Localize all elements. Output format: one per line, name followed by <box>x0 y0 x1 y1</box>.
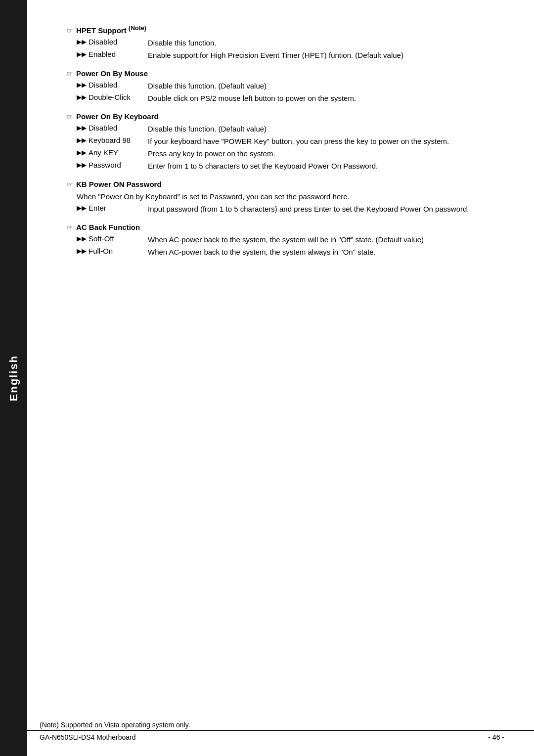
bullet: ▶▶ <box>77 204 87 212</box>
sidebar: English <box>0 0 27 756</box>
section-icon-keyboard: ☞ <box>67 113 73 121</box>
section-icon-kbpwd: ☞ <box>67 180 73 188</box>
list-item: ▶▶ Full-On When AC-power back to the sys… <box>77 247 504 257</box>
footer-model: GA-N650SLI-DS4 Motherboard <box>40 733 136 741</box>
section-header-mouse: ☞ Power On By Mouse <box>67 69 504 78</box>
list-item: ▶▶ Disabled Disable this function. (Defa… <box>77 124 504 134</box>
item-key: Disabled <box>89 81 148 89</box>
item-desc: Press any key to power on the system. <box>148 148 504 159</box>
item-desc: Enter from 1 to 5 characters to set the … <box>148 161 504 171</box>
section-title-ac: AC Back Function <box>76 223 140 231</box>
list-item: ▶▶ Disabled Disable this function. (Defa… <box>77 81 504 91</box>
bullet: ▶▶ <box>77 234 87 242</box>
section-power-on-keyboard: ☞ Power On By Keyboard ▶▶ Disabled Disab… <box>67 112 504 171</box>
item-key: Disabled <box>89 124 148 132</box>
footer-page: - 46 - <box>488 733 504 741</box>
mouse-items: ▶▶ Disabled Disable this function. (Defa… <box>77 81 504 103</box>
item-key: Disabled <box>89 38 148 46</box>
keyboard-items: ▶▶ Disabled Disable this function. (Defa… <box>77 124 504 171</box>
item-desc: If your keyboard have "POWER Key" button… <box>148 136 504 146</box>
item-key: Enabled <box>89 50 148 58</box>
section-ac-back-function: ☞ AC Back Function ▶▶ Soft-Off When AC-p… <box>67 223 504 257</box>
section-kb-power-on-password: ☞ KB Power ON Password When "Power On by… <box>67 180 504 214</box>
section-header-keyboard: ☞ Power On By Keyboard <box>67 112 504 121</box>
item-key: Soft-Off <box>89 234 148 243</box>
bullet: ▶▶ <box>77 247 87 255</box>
kbpwd-items: ▶▶ Enter Input password (from 1 to 5 cha… <box>77 204 504 214</box>
item-desc: Enable support for High Precision Event … <box>148 50 504 60</box>
bullet: ▶▶ <box>77 124 87 132</box>
footer-note-text: (Note) Supported on Vista operating syst… <box>40 721 190 729</box>
section-title-keyboard: Power On By Keyboard <box>76 112 159 121</box>
section-header-ac: ☞ AC Back Function <box>67 223 504 231</box>
item-key: Any KEY <box>89 148 148 157</box>
item-desc: Input password (from 1 to 5 characters) … <box>148 204 504 214</box>
item-desc: Disable this function. (Default value) <box>148 124 504 134</box>
bullet: ▶▶ <box>77 136 87 144</box>
section-icon-hpet: ☞ <box>67 27 73 35</box>
hpet-items: ▶▶ Disabled Disable this function. ▶▶ En… <box>77 38 504 60</box>
list-item: ▶▶ Soft-Off When AC-power back to the sy… <box>77 234 504 245</box>
kb-password-intro: When "Power On by Keyboard" is set to Pa… <box>77 191 504 202</box>
bullet: ▶▶ <box>77 93 87 101</box>
item-desc: When AC-power back to the system, the sy… <box>148 247 504 257</box>
main-content: ☞ HPET Support (Note) ▶▶ Disabled Disabl… <box>27 0 534 756</box>
section-icon-mouse: ☞ <box>67 70 73 78</box>
section-icon-ac: ☞ <box>67 223 73 231</box>
item-key: Enter <box>89 204 148 212</box>
list-item: ▶▶ Password Enter from 1 to 5 characters… <box>77 161 504 171</box>
item-key: Full-On <box>89 247 148 255</box>
bullet: ▶▶ <box>77 161 87 169</box>
section-header-kbpwd: ☞ KB Power ON Password <box>67 180 504 188</box>
ac-items: ▶▶ Soft-Off When AC-power back to the sy… <box>77 234 504 257</box>
section-title-kbpwd: KB Power ON Password <box>76 180 162 188</box>
list-item: ▶▶ Enter Input password (from 1 to 5 cha… <box>77 204 504 214</box>
item-key: Password <box>89 161 148 169</box>
list-item: ▶▶ Disabled Disable this function. <box>77 38 504 48</box>
bullet: ▶▶ <box>77 81 87 89</box>
bullet: ▶▶ <box>77 38 87 45</box>
section-hpet-support: ☞ HPET Support (Note) ▶▶ Disabled Disabl… <box>67 25 504 60</box>
hpet-superscript: (Note) <box>129 25 146 32</box>
list-item: ▶▶ Enabled Enable support for High Preci… <box>77 50 504 60</box>
section-title-mouse: Power On By Mouse <box>76 69 148 78</box>
sidebar-label: English <box>7 355 20 401</box>
footer-note: (Note) Supported on Vista operating syst… <box>40 721 504 729</box>
bullet: ▶▶ <box>77 148 87 156</box>
item-key: Keyboard 98 <box>89 136 148 144</box>
item-desc: Disable this function. <box>148 38 504 48</box>
bullet: ▶▶ <box>77 50 87 58</box>
item-desc: When AC-power back to the system, the sy… <box>148 234 504 245</box>
item-key: Double-Click <box>89 93 148 101</box>
list-item: ▶▶ Any KEY Press any key to power on the… <box>77 148 504 159</box>
list-item: ▶▶ Keyboard 98 If your keyboard have "PO… <box>77 136 504 146</box>
item-desc: Disable this function. (Default value) <box>148 81 504 91</box>
list-item: ▶▶ Double-Click Double click on PS/2 mou… <box>77 93 504 103</box>
section-power-on-mouse: ☞ Power On By Mouse ▶▶ Disabled Disable … <box>67 69 504 103</box>
item-desc: Double click on PS/2 mouse left button t… <box>148 93 504 103</box>
section-header-hpet: ☞ HPET Support (Note) <box>67 25 504 35</box>
section-title-hpet: HPET Support (Note) <box>76 25 146 35</box>
footer-bar: GA-N650SLI-DS4 Motherboard - 46 - <box>27 730 534 741</box>
